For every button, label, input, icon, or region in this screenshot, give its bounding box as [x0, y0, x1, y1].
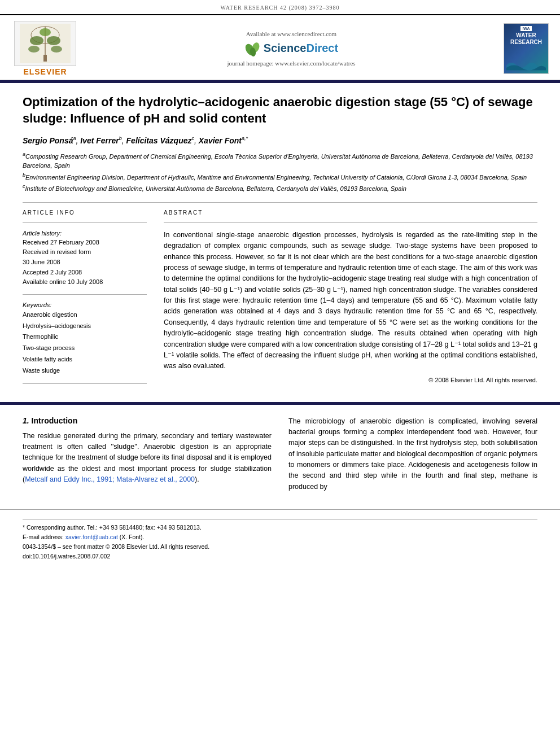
section-title: Introduction — [32, 416, 78, 425]
author-sup-a1: a — [73, 136, 76, 141]
logo-bar: ELSEVIER Available at www.sciencedirect.… — [0, 15, 560, 80]
introduction-heading: 1. Introduction — [23, 416, 272, 425]
available-text: Available at www.sciencedirect.com — [246, 30, 336, 37]
keyword-1: Anaerobic digestion — [23, 309, 147, 321]
email-footnote: E-mail address: xavier.font@uab.cat (X. … — [23, 532, 537, 542]
abstract-top-divider — [164, 222, 537, 223]
divider-after-affiliations — [23, 202, 537, 203]
elsevier-brand-name: ELSEVIER — [23, 67, 67, 76]
center-logos: Available at www.sciencedirect.com Scien… — [79, 30, 504, 67]
keywords-group: Keywords: Anaerobic digestion Hydrolysis… — [23, 302, 147, 377]
email-link[interactable]: xavier.font@uab.cat — [65, 534, 118, 540]
keyword-2: Hydrolysis–acidogenesis — [23, 321, 147, 332]
iwa-badge: IWA — [520, 26, 531, 31]
aff-sup-b: b — [23, 172, 25, 178]
svg-point-3 — [30, 36, 43, 45]
author-sup-c: c — [191, 136, 194, 141]
author-sergio: Sergio Ponsá — [23, 136, 73, 145]
water-wave-svg — [506, 54, 546, 71]
keyword-5: Volatile fatty acids — [23, 354, 147, 365]
svg-point-5 — [40, 28, 51, 36]
page-wrapper: WATER RESEARCH 42 (2008) 3972–3980 — [0, 0, 560, 566]
affiliations-block: aComposting Research Group, Department o… — [23, 151, 537, 193]
svg-point-6 — [28, 46, 40, 53]
journal-homepage-text: journal homepage: www.elsevier.com/locat… — [227, 60, 355, 67]
issn-footnote: 0043-1354/$ – see front matter © 2008 El… — [23, 542, 537, 552]
sciencedirect-logo: ScienceDirect — [244, 40, 338, 56]
abstract-label: ABSTRACT — [164, 209, 537, 216]
author-sup-b: b — [119, 136, 122, 141]
keyword-3: Thermophilic — [23, 331, 147, 343]
sciencedirect-leaves-svg — [244, 40, 261, 56]
introduction-left-text: The residue generated during the primary… — [23, 431, 272, 486]
abstract-text: In conventional single-stage anaerobic d… — [164, 230, 537, 372]
received-revised-label: Received in revised form — [23, 247, 147, 257]
introduction-left-col: 1. Introduction The residue generated du… — [23, 416, 272, 493]
footnote-top-divider — [23, 519, 537, 519]
article-title: Optimization of the hydrolytic–acidogeni… — [23, 94, 537, 126]
body-section: 1. Introduction The residue generated du… — [0, 405, 560, 504]
available-online-date: Available online 10 July 2008 — [23, 277, 147, 287]
science-text: Science — [264, 42, 307, 54]
introduction-right-text: The microbiology of anaerobic digestion … — [288, 416, 537, 493]
elsevier-logo: ELSEVIER — [11, 21, 79, 76]
water-research-title: WATERRESEARCH — [510, 32, 542, 46]
elsevier-tree-svg — [20, 24, 71, 63]
affiliation-a: aComposting Research Group, Department o… — [23, 151, 537, 171]
abstract-column: ABSTRACT In conventional single-stage an… — [164, 209, 537, 391]
main-content: Optimization of the hydrolytic–acidogeni… — [0, 83, 560, 402]
journal-header: WATER RESEARCH 42 (2008) 3972–3980 — [0, 0, 560, 15]
svg-point-4 — [47, 36, 60, 45]
author-xavier: Xavier Font — [199, 136, 242, 145]
article-info-abstract: ARTICLE INFO Article history: Received 2… — [23, 209, 537, 391]
aff-sup-c: c — [23, 184, 25, 189]
sciencedirect-text: ScienceDirect — [264, 42, 338, 55]
article-info-divider — [23, 222, 147, 223]
journal-reference: WATER RESEARCH 42 (2008) 3972–3980 — [11, 5, 549, 11]
article-info-column: ARTICLE INFO Article history: Received 2… — [23, 209, 147, 391]
direct-text: Direct — [306, 42, 338, 54]
introduction-two-col: 1. Introduction The residue generated du… — [23, 416, 537, 493]
copyright-text: © 2008 Elsevier Ltd. All rights reserved… — [164, 377, 537, 383]
keywords-divider — [23, 294, 147, 295]
aff-sup-a: a — [23, 151, 25, 157]
article-history-group: Article history: Received 27 February 20… — [23, 230, 147, 287]
doi-footnote: doi:10.1016/j.watres.2008.07.002 — [23, 552, 537, 561]
keywords-label: Keywords: — [23, 302, 147, 308]
author-ivet: Ivet Ferrer — [80, 136, 119, 145]
author-felicitas: Felícitas Vázquez — [126, 136, 192, 145]
article-history-label: Article history: — [23, 230, 147, 237]
keyword-6: Waste sludge — [23, 365, 147, 377]
received-revised-date: 30 June 2008 — [23, 257, 147, 268]
bottom-left-divider — [23, 383, 147, 384]
section-number: 1. — [23, 416, 29, 425]
keyword-4: Two-stage process — [23, 343, 147, 354]
article-info-label: ARTICLE INFO — [23, 209, 147, 216]
introduction-right-col: The microbiology of anaerobic digestion … — [288, 416, 537, 493]
sd-leaves-icon — [244, 40, 261, 56]
received-date: Received 27 February 2008 — [23, 238, 147, 248]
affiliation-c: cInstitute of Biotechnology and Biomedic… — [23, 183, 537, 193]
svg-point-7 — [51, 46, 62, 53]
water-research-logo: IWA WATERRESEARCH — [504, 23, 549, 74]
affiliation-b: bEnvironmental Engineering Division, Dep… — [23, 172, 537, 182]
author-sup-a2: a,* — [242, 136, 248, 141]
footnote-section: * Corresponding author. Tel.: +34 93 581… — [0, 509, 560, 566]
elsevier-logo-image — [14, 21, 76, 66]
keywords-list: Anaerobic digestion Hydrolysis–acidogene… — [23, 309, 147, 377]
svg-rect-8 — [43, 55, 47, 62]
accepted-date: Accepted 2 July 2008 — [23, 268, 147, 278]
corresponding-author: * Corresponding author. Tel.: +34 93 581… — [23, 523, 537, 532]
authors-line: Sergio Ponsáa, Ivet Ferrerb, Felícitas V… — [23, 136, 537, 145]
ref-metcalf[interactable]: Metcalf and Eddy Inc., 1991; Mata-Alvare… — [25, 475, 195, 483]
